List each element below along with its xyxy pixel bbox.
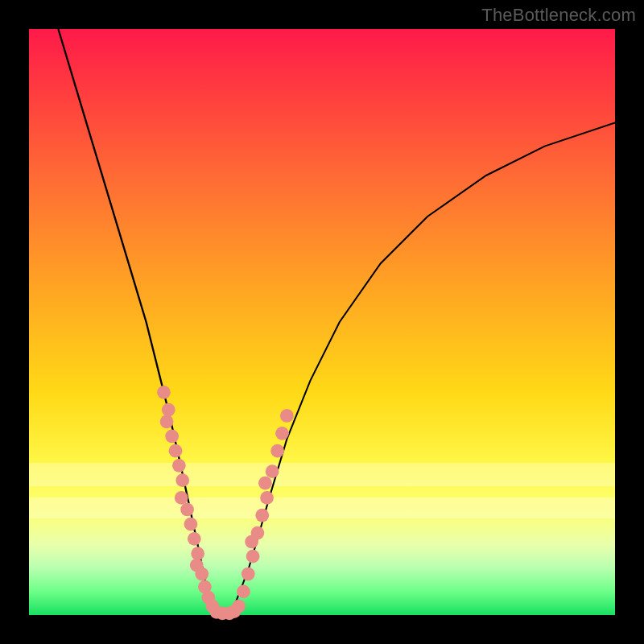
marker-dot [184,518,198,531]
curve-right [229,122,615,615]
marker-dot [255,509,269,522]
marker-dot [195,568,208,581]
marker-dot [275,427,289,440]
watermark-text: TheBottleneck.com [481,5,636,26]
marker-dot [169,444,183,458]
marker-dot [251,526,265,540]
marker-dot [175,491,188,505]
marker-dot [191,547,204,560]
chart-frame: TheBottleneck.com [0,0,644,644]
plot-area [29,29,615,615]
marker-dot [175,473,189,487]
marker-dot [188,532,201,546]
marker-dot [246,550,260,564]
marker-dot [266,464,279,478]
marker-dot [270,444,284,458]
marker-dot [160,415,174,428]
marker-dot [237,585,250,599]
marker-dot [172,459,186,473]
marker-dot [258,477,272,490]
chart-svg [29,29,615,615]
marker-dot [165,430,179,444]
marker-dot [280,409,294,423]
curve-group [58,29,615,615]
marker-dot [242,568,255,581]
marker-dot [162,403,175,417]
marker-group [157,386,294,620]
marker-dot [232,600,246,613]
marker-dot [260,491,274,505]
marker-dot [180,503,194,517]
marker-dot [157,386,171,399]
